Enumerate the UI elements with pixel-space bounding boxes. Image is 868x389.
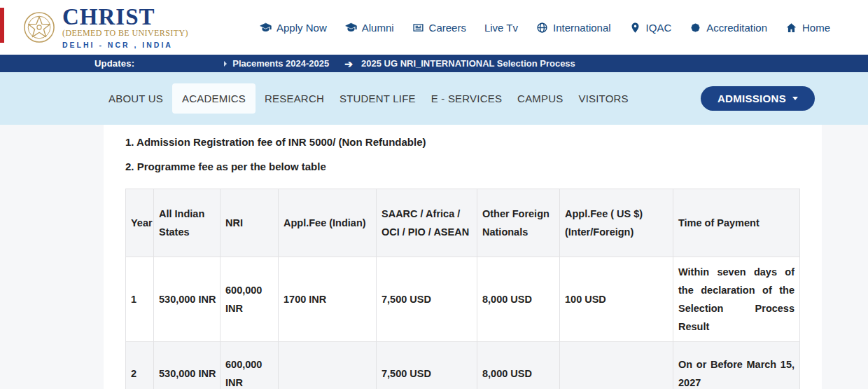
top-nav-label: International xyxy=(553,22,611,34)
graduation-cap-icon xyxy=(260,22,272,34)
top-nav-label: Apply Now xyxy=(276,22,327,34)
map-pin-icon xyxy=(629,22,641,34)
top-nav-international[interactable]: International xyxy=(536,22,611,34)
col-header-year: Year xyxy=(126,189,154,257)
brand-logo[interactable]: CHRIST (DEEMED TO BE UNIVERSITY) DELHI -… xyxy=(23,6,188,49)
updates-item-text: 2025 UG NRI_INTERNATIONAL Selection Proc… xyxy=(361,58,575,69)
top-nav-apply-now[interactable]: Apply Now xyxy=(260,22,327,34)
updates-bar: Updates: Placements 2024-2025 ➔ 2025 UG … xyxy=(0,55,868,72)
table-row: 2 530,000 INR 600,000 INR 7,500 USD 8,00… xyxy=(126,342,800,389)
top-nav-label: Live Tv xyxy=(484,22,518,34)
triangle-bullet-icon xyxy=(224,61,227,67)
cell-year: 1 xyxy=(126,257,154,342)
top-nav-label: Home xyxy=(802,22,830,34)
top-nav-label: Accreditation xyxy=(706,22,767,34)
col-header-appl-fee-indian: Appl.Fee (Indian) xyxy=(279,189,377,257)
left-edge-red-bar xyxy=(0,8,4,43)
nav-item-about-us[interactable]: ABOUT US xyxy=(102,84,169,113)
col-header-saarc: SAARC / Africa / OCI / PIO / ASEAN xyxy=(377,189,477,257)
nav-item-academics[interactable]: ACADEMICS xyxy=(172,83,255,114)
cell-year: 2 xyxy=(126,342,154,389)
nav-item-student-life[interactable]: STUDENT LIFE xyxy=(333,84,422,113)
caret-down-icon xyxy=(792,97,798,100)
top-nav-careers[interactable]: Careers xyxy=(412,22,466,34)
nav-item-campus[interactable]: CAMPUS xyxy=(511,84,569,113)
nav-item-research[interactable]: RESEARCH xyxy=(258,84,330,113)
top-nav-home[interactable]: Home xyxy=(785,22,830,34)
cell-appl-fee-usd xyxy=(560,342,673,389)
col-header-nri: NRI xyxy=(220,189,279,257)
nav-item-e-services[interactable]: E - SERVICES xyxy=(425,84,508,113)
cell-saarc: 7,500 USD xyxy=(377,342,477,389)
updates-item-text: Placements 2024-2025 xyxy=(232,58,329,69)
cell-saarc: 7,500 USD xyxy=(377,257,477,342)
top-nav-accreditation[interactable]: Accreditation xyxy=(690,22,767,34)
cell-time-of-payment: Within seven days of the declaration of … xyxy=(673,257,800,342)
admissions-label: ADMISSIONS xyxy=(718,93,786,104)
main-nav: ABOUT US ACADEMICS RESEARCH STUDENT LIFE… xyxy=(0,72,868,125)
cell-other-foreign: 8,000 USD xyxy=(477,257,560,342)
cell-appl-fee-usd: 100 USD xyxy=(560,257,673,342)
page-content: 1. Admission Registration fee of INR 500… xyxy=(0,125,868,389)
table-row: 1 530,000 INR 600,000 INR 1700 INR 7,500… xyxy=(126,257,800,342)
cell-appl-fee-indian: 1700 INR xyxy=(279,257,377,342)
top-nav-alumni[interactable]: Alumni xyxy=(345,22,394,34)
top-nav-live-tv[interactable]: Live Tv xyxy=(484,22,518,34)
cell-all-indian: 530,000 INR xyxy=(154,257,220,342)
university-seal-icon xyxy=(23,11,55,43)
arrow-right-icon: ➔ xyxy=(344,58,353,69)
col-header-other-foreign: Other Foreign Nationals xyxy=(477,189,560,257)
cell-other-foreign: 8,000 USD xyxy=(477,342,560,389)
brand-location: DELHI - NCR , INDIA xyxy=(62,41,188,49)
updates-link-placements[interactable]: Placements 2024-2025 xyxy=(224,58,329,69)
programme-fee-line: 2. Programme fee as per the below table xyxy=(125,159,822,174)
cell-nri: 600,000 INR xyxy=(220,257,279,342)
col-header-all-indian-states: All Indian States xyxy=(154,189,220,257)
updates-link-selection-process[interactable]: 2025 UG NRI_INTERNATIONAL Selection Proc… xyxy=(361,58,575,69)
cell-nri: 600,000 INR xyxy=(220,342,279,389)
col-header-appl-fee-usd: Appl.Fee ( US $) (Inter/Foreign) xyxy=(560,189,673,257)
badge-icon xyxy=(690,22,701,34)
updates-label: Updates: xyxy=(94,58,134,69)
nav-item-visitors[interactable]: VISITORS xyxy=(572,84,634,113)
admissions-dropdown-button[interactable]: ADMISSIONS xyxy=(701,86,815,111)
top-nav-label: Careers xyxy=(429,22,466,34)
programme-fee-table: Year All Indian States NRI Appl.Fee (Ind… xyxy=(125,189,800,389)
top-nav-iqac[interactable]: IQAC xyxy=(629,22,672,34)
content-container: 1. Admission Registration fee of INR 500… xyxy=(104,125,822,389)
globe-icon xyxy=(536,22,548,34)
cell-time-of-payment: On or Before March 15, 2027 xyxy=(673,342,800,389)
newspaper-icon xyxy=(412,22,424,34)
registration-fee-line: 1. Admission Registration fee of INR 500… xyxy=(125,135,822,149)
cell-all-indian: 530,000 INR xyxy=(154,342,220,389)
utility-nav: Apply Now Alumni Careers Live Tv Interna… xyxy=(260,22,830,34)
main-nav-items: ABOUT US ACADEMICS RESEARCH STUDENT LIFE… xyxy=(102,83,635,114)
brand-subtitle: (DEEMED TO BE UNIVERSITY) xyxy=(62,28,188,39)
top-nav-label: Alumni xyxy=(362,22,394,34)
cell-appl-fee-indian xyxy=(279,342,377,389)
home-icon xyxy=(785,22,797,34)
site-header: CHRIST (DEEMED TO BE UNIVERSITY) DELHI -… xyxy=(0,0,868,55)
col-header-time-of-payment: Time of Payment xyxy=(673,189,800,257)
top-nav-label: IQAC xyxy=(646,22,672,34)
table-header-row: Year All Indian States NRI Appl.Fee (Ind… xyxy=(126,189,800,257)
graduation-cap-icon xyxy=(345,22,357,34)
brand-name: CHRIST xyxy=(62,6,188,27)
